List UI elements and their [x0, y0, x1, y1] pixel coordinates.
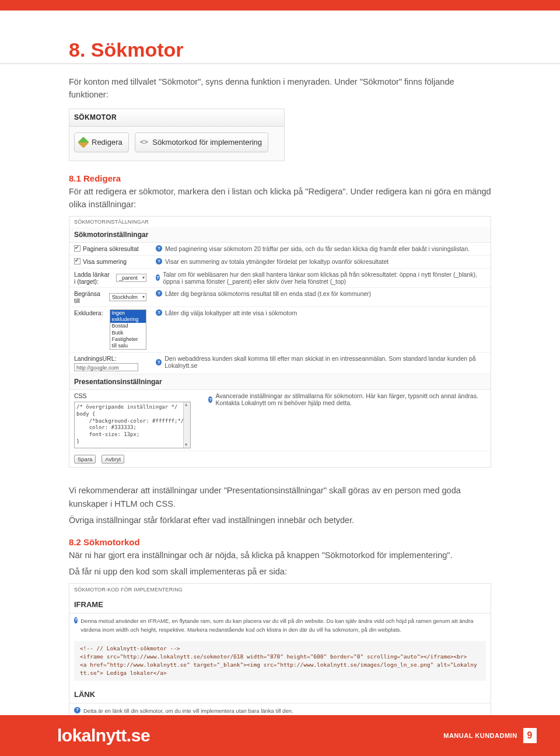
title-rule — [0, 63, 560, 64]
section-8-2-p1: När ni har gjort era inställningar och ä… — [69, 549, 491, 562]
css-label: CSS — [74, 392, 87, 399]
settings-screenshot: SÖKMOTORINSTÄLLNINGAR Sökmotorinställnin… — [69, 216, 491, 468]
limit-select[interactable]: Stockholm — [109, 293, 146, 301]
footer-label: MANUAL KUNDADMIN — [443, 732, 517, 739]
post-settings-1: Vi rekommenderar att inställningar under… — [69, 484, 491, 510]
code-screenshot: SÖKMOTOR-KOD FÖR IMPLEMENTERING IFRAME ?… — [69, 583, 491, 734]
cancel-button[interactable]: Avbryt — [102, 455, 124, 464]
code-block[interactable]: <!-- // Lokalnytt-sökmotor --> <iframe s… — [74, 641, 486, 680]
exclude-label: Exkludera: — [74, 309, 103, 316]
button-row: SparaAvbryt — [69, 451, 491, 467]
link-desc: Detta är en länk till din sökmotor, om d… — [83, 707, 293, 716]
implement-code-button[interactable]: <> Sökmotorkod för implementering — [135, 133, 268, 152]
settings-screenshot-wrap: SÖKMOTORINSTÄLLNINGAR Sökmotorinställnin… — [69, 216, 491, 468]
iframe-desc-row: ? Denna metod använder en IFRAME, en fly… — [69, 614, 491, 637]
exclude-opt-3[interactable]: Fastigheter till salu — [110, 336, 146, 350]
brand-suffix: .se — [127, 726, 150, 745]
exclude-listbox[interactable]: Ingen exkludering Bostad Butik Fastighet… — [110, 309, 146, 350]
row-summary: Visa summering ?Visar en summering av to… — [69, 256, 491, 269]
css-desc: Avancerade inställningar av stilmallarna… — [215, 392, 486, 406]
help-icon[interactable]: ? — [156, 258, 162, 264]
brand-logo: lokalnytt.se — [57, 726, 150, 745]
landing-value: http://google.com — [76, 364, 119, 371]
iframe-section-title: IFRAME — [69, 597, 491, 614]
intro-paragraph: För konton med tillvalet "Sökmotor", syn… — [69, 75, 491, 102]
row-limit: Begränsa till Stockholm ?Låter dig begrä… — [69, 288, 491, 307]
exclude-desc: Låter dig välja lokaltyper att inte visa… — [165, 309, 297, 316]
page-title: 8. Sökmotor — [69, 39, 560, 61]
section-8-1-text: För att redigera er sökmotor, markera de… — [69, 185, 491, 211]
settings-section-2: Presentationsinställningar — [69, 374, 491, 390]
landing-label: LandningsURL: — [74, 355, 116, 362]
help-icon[interactable]: ? — [156, 290, 162, 297]
exclude-opt-2[interactable]: Butik — [110, 330, 146, 336]
target-select[interactable]: _parent — [116, 274, 146, 282]
footer: lokalnytt.se MANUAL KUNDADMIN 9 — [0, 715, 560, 756]
help-icon[interactable]: ? — [156, 359, 162, 365]
help-icon[interactable]: ? — [74, 617, 78, 623]
save-button[interactable]: Spara — [74, 455, 96, 464]
summary-desc: Visar en summering av totala ytmängder f… — [165, 258, 388, 265]
landing-input[interactable]: http://google.com — [74, 363, 138, 371]
target-value: _parent — [119, 274, 138, 281]
landing-desc: Den webaddress kunden skall komma till e… — [164, 355, 486, 369]
code-tiny-header: SÖKMOTOR-KOD FÖR IMPLEMENTERING — [69, 584, 491, 597]
scrollbar[interactable] — [183, 402, 190, 448]
brand-name: lokalnytt — [57, 726, 127, 745]
settings-tiny-header: SÖKMOTORINSTÄLLNINGAR — [69, 217, 491, 227]
target-desc: Talar om för webläsaren hur den skall ha… — [163, 271, 486, 285]
link-section-title: LÄNK — [69, 687, 491, 703]
help-icon[interactable]: ? — [156, 245, 162, 252]
topbar — [0, 0, 560, 11]
row-paginate: Paginera sökresultat ?Med paginering vis… — [69, 243, 491, 256]
summary-checkbox[interactable] — [74, 258, 80, 264]
summary-label: Visa summering — [83, 258, 127, 265]
row-exclude: Exkludera: Ingen exkludering Bostad Buti… — [69, 307, 491, 353]
limit-label: Begränsa till — [74, 290, 103, 304]
iframe-desc: Denna metod använder en IFRAME, en flyta… — [80, 617, 486, 634]
edit-button-label: Redigera — [92, 137, 123, 148]
pencil-icon — [78, 137, 89, 148]
toolbar-header: SÖKMOTOR — [69, 109, 284, 127]
limit-value: Stockholm — [112, 294, 138, 300]
row-css: CSS /* övergripande inställningar */ bod… — [69, 390, 491, 451]
help-icon[interactable]: ? — [156, 274, 160, 281]
page-number: 9 — [523, 728, 537, 743]
code-icon: <> — [140, 137, 148, 148]
css-textarea[interactable]: /* övergripande inställningar */ body { … — [74, 402, 191, 448]
paginate-desc: Med paginering visar sökmotorn 20 träffa… — [165, 245, 470, 252]
implement-code-label: Sökmotorkod för implementering — [152, 137, 262, 148]
help-icon[interactable]: ? — [156, 309, 162, 316]
help-icon[interactable]: ? — [74, 707, 80, 713]
section-8-2-p2: Då får ni upp den kod som skall implemen… — [69, 565, 491, 578]
edit-button[interactable]: Redigera — [74, 133, 129, 152]
limit-desc: Låter dig begränsa sökmotorns resultat t… — [165, 290, 371, 297]
toolbar-screenshot: SÖKMOTOR Redigera <> Sökmotorkod för imp… — [69, 109, 285, 161]
css-code: /* övergripande inställningar */ body { … — [76, 404, 184, 448]
content-area: För konton med tillvalet "Sökmotor", syn… — [69, 75, 491, 211]
help-icon[interactable]: ? — [208, 396, 212, 403]
exclude-opt-1[interactable]: Bostad — [110, 323, 146, 329]
footer-right: MANUAL KUNDADMIN 9 — [443, 728, 537, 743]
post-settings-2: Övriga inställningar står förklarat efte… — [69, 514, 491, 527]
paginate-label: Paginera sökresultat — [83, 245, 139, 252]
paginate-checkbox[interactable] — [74, 245, 80, 252]
row-landing: LandningsURL: http://google.com ?Den web… — [69, 353, 491, 374]
exclude-opt-0[interactable]: Ingen exkludering — [110, 310, 146, 323]
row-target: Ladda länkar i (target): _parent ?Talar … — [69, 269, 491, 288]
target-label: Ladda länkar i (target): — [74, 271, 110, 285]
section-8-1-title: 8.1 Redigera — [69, 172, 491, 185]
settings-section-1: Sökmotorinställningar — [69, 227, 491, 243]
section-8-2-title: 8.2 Sökmotorkod — [69, 535, 491, 549]
